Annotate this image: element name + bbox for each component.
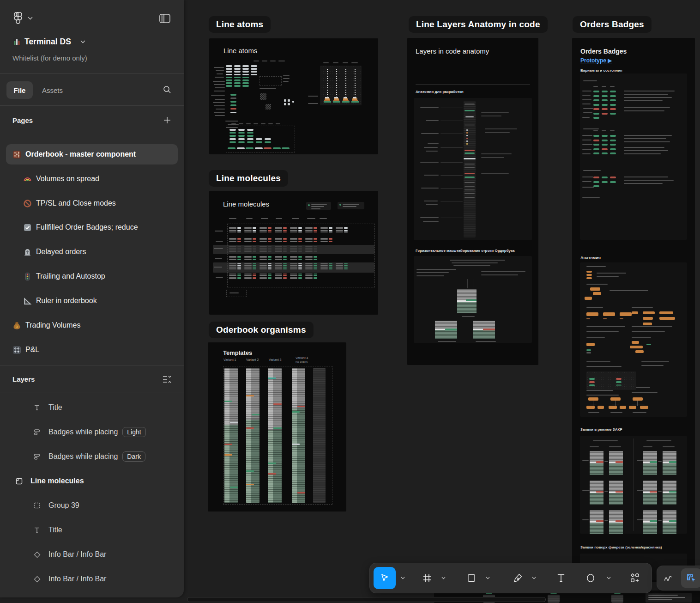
sidebar-item-page[interactable]: TP/SL and Close modes bbox=[0, 193, 184, 213]
horizontal-scrollbar[interactable] bbox=[187, 597, 546, 602]
variant-label: Variant 4 bbox=[296, 356, 308, 359]
section-label-orderbook-organisms[interactable]: Oderbook organisms bbox=[209, 322, 314, 338]
sidebar-item-page[interactable]: P&L bbox=[0, 340, 184, 360]
toolbar bbox=[369, 563, 652, 593]
frame-title-layers-anatomy: Layers in code anatomy bbox=[416, 47, 489, 55]
layer-row[interactable]: Badges while placing Dark bbox=[0, 446, 184, 467]
variant-tag: Dark bbox=[122, 451, 145, 462]
text-icon bbox=[33, 526, 41, 534]
group-icon bbox=[33, 502, 41, 509]
layer-row-instance[interactable]: Info Bar / Info Bar bbox=[0, 544, 184, 565]
rectangle-tool[interactable] bbox=[464, 567, 479, 589]
frame-title-line-molecules: Line molecules bbox=[223, 200, 269, 208]
badge-icon bbox=[33, 453, 41, 460]
actions-tool[interactable] bbox=[628, 567, 642, 589]
layer-row-instance[interactable]: Info Bar / Info Bar bbox=[0, 569, 184, 589]
ellipse-tool[interactable] bbox=[583, 567, 598, 589]
variant-tag: Light bbox=[122, 427, 145, 437]
play-icon: ▶ bbox=[608, 57, 612, 64]
pages-header: Pages bbox=[12, 116, 33, 124]
tab-assets[interactable]: Assets bbox=[42, 81, 63, 99]
sidebar-item-page[interactable]: Fullfilled Order Badges; reduce bbox=[0, 217, 184, 238]
orders-section-anatomy: Анатомия bbox=[580, 256, 601, 260]
frame-title-orders-badges: Orders Badges bbox=[580, 48, 627, 55]
frame-tool[interactable] bbox=[420, 567, 434, 589]
frame-line-molecules[interactable]: Line molecules Больше не используем «сло… bbox=[209, 191, 378, 315]
main-menu-button[interactable] bbox=[13, 12, 33, 24]
headstone-icon bbox=[23, 248, 32, 256]
instance-icon bbox=[33, 575, 41, 583]
ellipse-tool-chevron[interactable] bbox=[605, 567, 612, 589]
anatomy-section-hscale: Горизонтальное масштабирование строки Ор… bbox=[416, 249, 515, 253]
layer-row[interactable]: Group 39 bbox=[0, 495, 184, 516]
orders-section-finrez: Заявки поверх финреза (зеленка/краснянка… bbox=[580, 545, 662, 549]
layer-row[interactable]: Badges while placing Light bbox=[0, 422, 184, 442]
chart-thumbnail-icon bbox=[13, 38, 21, 46]
pen-tool[interactable] bbox=[510, 567, 525, 589]
chevron-down-icon bbox=[80, 40, 85, 43]
pen-tool-chevron[interactable] bbox=[531, 567, 537, 589]
variant-label: Variant 1 bbox=[223, 358, 236, 361]
draw-tool[interactable] bbox=[661, 567, 676, 589]
figma-logo-icon bbox=[13, 12, 23, 24]
add-page-button[interactable] bbox=[163, 116, 172, 125]
checkbox-icon bbox=[23, 223, 32, 232]
sidebar-item-page[interactable]: Trailing and Autostop bbox=[0, 266, 184, 286]
frame-orders-badges[interactable]: Orders Badges Prototype ▶ Варианты и сос… bbox=[572, 38, 695, 582]
chevron-down-icon bbox=[28, 17, 33, 20]
traffic-light-icon bbox=[23, 272, 32, 281]
text-icon bbox=[33, 404, 41, 411]
orders-section-zakr: Заявки в режиме ЗАКР bbox=[580, 427, 622, 432]
frame-title-templates: Templates bbox=[223, 349, 252, 356]
section-label-line-atoms[interactable]: Line atoms bbox=[209, 16, 271, 33]
sidebar-item-page[interactable]: Volumes on spread bbox=[0, 169, 184, 189]
tab-file[interactable]: File bbox=[6, 81, 33, 99]
prohibited-icon bbox=[23, 199, 32, 208]
prototype-link[interactable]: Prototype ▶ bbox=[580, 57, 612, 64]
frame-orderbook-organisms[interactable]: Templates Variant 1 Variant 2 Variant 3 … bbox=[208, 342, 346, 512]
dev-mode-toggle[interactable] bbox=[681, 568, 700, 588]
layers-header: Layers bbox=[12, 375, 35, 383]
section-label-line-molecules[interactable]: Line molecules bbox=[209, 170, 288, 187]
layer-row[interactable]: Title bbox=[0, 520, 184, 540]
layer-row-component[interactable]: Line Hover bbox=[0, 593, 184, 597]
file-title[interactable]: Terminal DS bbox=[13, 37, 85, 47]
variant-label: Variant 2 bbox=[246, 358, 259, 361]
abacus-icon bbox=[12, 150, 21, 159]
toolbar-right-group bbox=[657, 566, 700, 591]
anatomy-section-dev: Анатомия для разработки bbox=[416, 90, 464, 94]
text-tool[interactable] bbox=[554, 567, 568, 589]
frame-tool-chevron[interactable] bbox=[440, 567, 447, 589]
instance-icon bbox=[33, 551, 41, 559]
search-icon[interactable] bbox=[163, 85, 172, 94]
section-label-orders-badges[interactable]: Orders Badges bbox=[573, 16, 652, 33]
collapse-layers-icon[interactable] bbox=[162, 374, 172, 384]
section-icon bbox=[15, 477, 23, 485]
variant-label: Variant 3 bbox=[269, 358, 282, 361]
sidebar-item-page[interactable]: Delayed orders bbox=[0, 242, 184, 262]
layer-row-section[interactable]: Line molecules bbox=[0, 471, 184, 491]
money-bag-icon bbox=[12, 321, 21, 330]
rainbow-icon bbox=[23, 175, 32, 183]
frame-title-line-atoms: Line atoms bbox=[223, 47, 257, 55]
sidebar-item-page[interactable]: Trading Volumes bbox=[0, 315, 184, 335]
triangular-ruler-icon bbox=[23, 297, 32, 305]
sidebar-item-page[interactable]: Ruler in orderbook bbox=[0, 291, 184, 311]
move-tool[interactable] bbox=[374, 567, 396, 589]
frame-line-atoms[interactable]: Line atoms bbox=[209, 38, 378, 154]
variant-note: No orders bbox=[296, 360, 308, 363]
sidebar-item-page[interactable]: Orderbook - master component bbox=[0, 144, 184, 164]
layer-row[interactable]: Title bbox=[0, 397, 184, 418]
control-knobs-icon bbox=[12, 346, 21, 354]
move-tool-chevron[interactable] bbox=[399, 567, 406, 589]
frame-layers-anatomy[interactable]: Layers in code anatomy Анатомия для разр… bbox=[407, 38, 538, 365]
orders-section-variants: Варианты и состояния bbox=[580, 68, 622, 73]
rectangle-tool-chevron[interactable] bbox=[484, 567, 491, 589]
badge-icon bbox=[33, 428, 41, 436]
file-subtitle: Whitelist (for demo only) bbox=[12, 54, 87, 62]
file-name: Terminal DS bbox=[24, 37, 71, 47]
section-label-line-layers-anatomy[interactable]: Line Layers Anatomy in code bbox=[409, 16, 548, 33]
toggle-sidebar-button[interactable] bbox=[159, 13, 171, 24]
sidebar: Terminal DS Whitelist (for demo only) Fi… bbox=[0, 0, 184, 597]
